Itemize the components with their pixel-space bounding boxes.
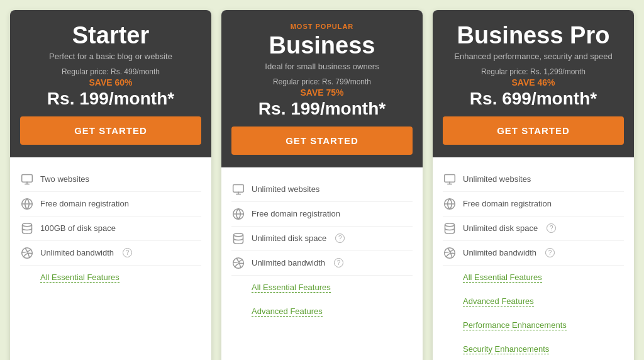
question-mark-icon[interactable]: ? bbox=[334, 258, 343, 267]
www-icon bbox=[443, 197, 457, 211]
feature-item: Unlimited bandwidth? bbox=[443, 241, 624, 266]
get-started-button[interactable]: GET STARTED bbox=[443, 116, 624, 145]
feature-text: Unlimited websites bbox=[463, 174, 531, 184]
feature-link[interactable]: All Essential Features bbox=[252, 283, 331, 293]
link-spacer-icon bbox=[443, 342, 457, 356]
feature-text: Free domain registration bbox=[252, 209, 340, 218]
plan-features: Unlimited websites Free domain registrat… bbox=[433, 157, 634, 360]
svg-rect-7 bbox=[233, 184, 244, 192]
feature-item: Free domain registration bbox=[20, 192, 201, 217]
link-spacer-icon bbox=[20, 271, 34, 284]
link-spacer-icon bbox=[231, 305, 245, 318]
feature-link-item: All Essential Features bbox=[20, 266, 201, 290]
plan-card-business-pro: Business ProEnhanced performance, securi… bbox=[433, 10, 634, 360]
most-popular-badge: MOST POPULAR bbox=[231, 23, 413, 30]
regular-price: Regular price: Rs. 499/month bbox=[20, 67, 201, 76]
current-price: Rs. 199/month* bbox=[231, 99, 413, 119]
feature-item: 100GB of disk space bbox=[20, 217, 201, 241]
hdd-icon bbox=[443, 222, 457, 235]
www-icon bbox=[20, 197, 34, 211]
plan-description: Enhanced performance, security and speed bbox=[443, 52, 624, 61]
feature-text: Two websites bbox=[40, 174, 89, 184]
feature-link-item: Performance Enhancements bbox=[443, 313, 624, 337]
svg-point-5 bbox=[23, 223, 32, 226]
bandwidth-icon bbox=[20, 246, 34, 260]
link-spacer-icon bbox=[443, 318, 457, 332]
plan-header-business-pro: Business ProEnhanced performance, securi… bbox=[433, 10, 634, 157]
feature-link[interactable]: Performance Enhancements bbox=[463, 320, 567, 330]
bandwidth-icon bbox=[231, 256, 245, 270]
feature-item: Free domain registration bbox=[443, 192, 624, 217]
svg-rect-0 bbox=[22, 174, 33, 182]
feature-link[interactable]: Security Enhancements bbox=[463, 344, 549, 354]
current-price: Rs. 699/month* bbox=[443, 89, 624, 109]
feature-text: 100GB of disk space bbox=[40, 223, 116, 233]
feature-link[interactable]: All Essential Features bbox=[463, 273, 542, 283]
plan-name: Business bbox=[231, 33, 413, 59]
question-mark-icon[interactable]: ? bbox=[335, 233, 345, 243]
feature-link[interactable]: Advanced Features bbox=[252, 307, 323, 317]
plan-features: Unlimited websites Free domain registrat… bbox=[221, 167, 423, 334]
plan-description: Perfect for a basic blog or website bbox=[20, 52, 201, 61]
feature-link-item: Advanced Features bbox=[443, 290, 624, 313]
monitor-icon bbox=[443, 172, 457, 186]
feature-item: Unlimited bandwidth? bbox=[20, 241, 201, 266]
feature-text: Unlimited bandwidth bbox=[463, 248, 536, 257]
feature-link[interactable]: All Essential Features bbox=[40, 273, 119, 283]
feature-link-item: Security Enhancements bbox=[443, 337, 624, 360]
feature-item: Two websites bbox=[20, 167, 201, 192]
link-spacer-icon bbox=[443, 295, 457, 308]
feature-text: Unlimited disk space bbox=[252, 233, 326, 243]
feature-link-item: All Essential Features bbox=[231, 276, 413, 300]
get-started-button[interactable]: GET STARTED bbox=[231, 127, 413, 155]
feature-item: Unlimited websites bbox=[231, 177, 413, 202]
hdd-icon bbox=[20, 222, 34, 235]
svg-rect-14 bbox=[445, 174, 455, 182]
feature-link[interactable]: Advanced Features bbox=[463, 296, 534, 307]
feature-item: Unlimited disk space? bbox=[231, 227, 413, 251]
save-label: SAVE 46% bbox=[443, 77, 624, 87]
regular-price: Regular price: Rs. 1,299/month bbox=[443, 67, 624, 76]
question-mark-icon[interactable]: ? bbox=[123, 248, 132, 257]
plan-name: Business Pro bbox=[443, 23, 624, 49]
plan-header-business: MOST POPULARBusinessIdeal for small busi… bbox=[221, 10, 423, 167]
feature-item: Unlimited bandwidth? bbox=[231, 251, 413, 276]
link-spacer-icon bbox=[443, 271, 457, 284]
monitor-icon bbox=[20, 172, 34, 186]
save-label: SAVE 60% bbox=[20, 77, 201, 87]
hdd-icon bbox=[231, 232, 245, 245]
feature-item: Unlimited websites bbox=[443, 167, 624, 192]
feature-link-item: All Essential Features bbox=[443, 266, 624, 290]
link-spacer-icon bbox=[231, 281, 245, 295]
bandwidth-icon bbox=[443, 246, 457, 260]
save-label: SAVE 75% bbox=[231, 87, 413, 98]
plan-header-starter: StarterPerfect for a basic blog or websi… bbox=[10, 10, 211, 157]
plan-features: Two websites Free domain registration 10… bbox=[10, 157, 211, 300]
plan-description: Ideal for small business owners bbox=[231, 62, 413, 71]
feature-item: Unlimited disk space? bbox=[443, 217, 624, 241]
feature-text: Unlimited disk space bbox=[463, 223, 538, 233]
get-started-button[interactable]: GET STARTED bbox=[20, 116, 201, 145]
monitor-icon bbox=[231, 183, 245, 196]
feature-text: Unlimited websites bbox=[252, 184, 319, 194]
plan-card-business: MOST POPULARBusinessIdeal for small busi… bbox=[221, 10, 423, 360]
feature-text: Free domain registration bbox=[40, 199, 129, 208]
feature-text: Free domain registration bbox=[463, 199, 552, 208]
svg-point-12 bbox=[234, 233, 243, 236]
question-mark-icon[interactable]: ? bbox=[545, 248, 555, 257]
svg-point-19 bbox=[445, 223, 455, 226]
feature-link-item: Advanced Features bbox=[231, 300, 413, 323]
plan-card-starter: StarterPerfect for a basic blog or websi… bbox=[10, 10, 211, 360]
www-icon bbox=[231, 207, 245, 221]
regular-price: Regular price: Rs. 799/month bbox=[231, 77, 413, 86]
pricing-container: StarterPerfect for a basic blog or websi… bbox=[10, 10, 634, 360]
feature-text: Unlimited bandwidth bbox=[252, 258, 325, 267]
question-mark-icon[interactable]: ? bbox=[547, 223, 556, 233]
feature-text: Unlimited bandwidth bbox=[40, 248, 114, 257]
current-price: Rs. 199/month* bbox=[20, 89, 201, 109]
feature-item: Free domain registration bbox=[231, 202, 413, 227]
plan-name: Starter bbox=[20, 23, 201, 49]
